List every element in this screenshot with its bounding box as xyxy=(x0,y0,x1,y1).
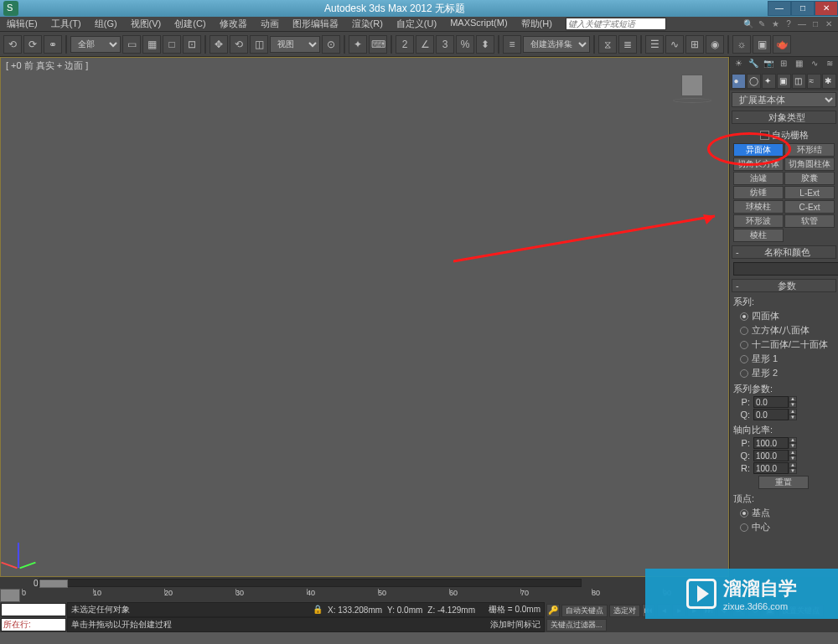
objtype-切角长方体[interactable]: 切角长方体 xyxy=(733,157,784,171)
objtype-环形结[interactable]: 环形结 xyxy=(784,143,835,157)
render-frame-tool[interactable]: ▣ xyxy=(753,35,771,54)
snap-2d[interactable]: 2 xyxy=(396,35,414,54)
menu-创建(C)[interactable]: 创建(C) xyxy=(168,18,212,30)
series-radio-0[interactable] xyxy=(740,312,748,321)
snap-3d[interactable]: 3 xyxy=(436,35,454,54)
keyboard-tool[interactable]: ⌨ xyxy=(369,35,387,54)
spinner-snap[interactable]: ⬍ xyxy=(476,35,494,54)
series-radio-2[interactable] xyxy=(740,341,748,349)
rollout-params[interactable]: -参数 xyxy=(732,279,836,292)
light-icon[interactable]: ☀ xyxy=(732,59,744,70)
camera-icon[interactable]: 📷 xyxy=(763,59,774,70)
bind-tool[interactable]: ⚭ xyxy=(44,35,62,54)
submenu-max-icon[interactable]: □ xyxy=(810,18,821,30)
motion-icon[interactable]: ∿ xyxy=(809,59,820,70)
menu-动画[interactable]: 动画 xyxy=(254,18,286,30)
submenu-close-icon[interactable]: ✕ xyxy=(823,18,835,30)
render-setup-tool[interactable]: ☼ xyxy=(732,35,751,54)
objtype-胶囊[interactable]: 胶囊 xyxy=(784,172,835,185)
add-time-marker[interactable]: 添加时间标记 xyxy=(490,619,541,631)
ratio-q-spinner[interactable] xyxy=(753,450,789,461)
menu-组(G)[interactable]: 组(G) xyxy=(88,18,124,30)
unlink-tool[interactable]: ⟳ xyxy=(23,35,42,54)
ratio-r-spinner[interactable] xyxy=(753,462,789,474)
object-name-input[interactable] xyxy=(733,262,838,276)
grid-icon[interactable]: ▦ xyxy=(794,59,805,70)
series-radio-4[interactable] xyxy=(740,369,748,378)
objtype-纺锤[interactable]: 纺锤 xyxy=(733,186,784,199)
link-tool[interactable]: ⟲ xyxy=(3,35,22,54)
mirror-tool[interactable]: ⧖ xyxy=(598,35,617,54)
selection-filter-dropdown[interactable]: 全部 xyxy=(70,36,121,53)
select-tool[interactable]: ▭ xyxy=(122,35,141,54)
rollout-name-color[interactable]: -名称和颜色 xyxy=(732,245,836,259)
p-spinner[interactable] xyxy=(753,396,789,408)
wrench-icon[interactable]: 🔧 xyxy=(747,59,759,70)
menu-帮助(H)[interactable]: 帮助(H) xyxy=(515,18,559,30)
rollout-object-type[interactable]: -对象类型 xyxy=(732,111,836,124)
helpers-tab[interactable]: ◫ xyxy=(792,74,806,89)
key-toggle-icon[interactable]: 🔑 xyxy=(546,604,560,617)
select-name-tool[interactable]: ▦ xyxy=(142,35,161,54)
rotate-tool[interactable]: ⟲ xyxy=(230,35,248,54)
location-input[interactable] xyxy=(1,618,66,631)
menu-渲染(R)[interactable]: 渲染(R) xyxy=(345,18,390,30)
help-icon[interactable]: ? xyxy=(783,18,794,30)
objtype-油罐[interactable]: 油罐 xyxy=(733,172,784,185)
named-selection-dropdown[interactable]: 创建选择集 xyxy=(523,36,590,53)
viewcube[interactable] xyxy=(673,75,711,103)
objtype-环形波[interactable]: 环形波 xyxy=(733,214,784,228)
viewport-label[interactable]: [ +0 前 真实 + 边面 ] xyxy=(6,59,88,72)
viewport[interactable]: [ +0 前 真实 + 边面 ] xyxy=(0,57,729,577)
objtype-球棱柱[interactable]: 球棱柱 xyxy=(733,200,784,214)
ratio-p-spinner[interactable] xyxy=(753,437,789,449)
move-tool[interactable]: ✥ xyxy=(210,35,228,54)
script-mini-input[interactable] xyxy=(1,603,66,616)
q-spinner[interactable] xyxy=(753,409,789,420)
reset-button[interactable]: 重置 xyxy=(758,476,809,489)
vertex-radio-0[interactable] xyxy=(740,509,748,518)
trackbar-toggle[interactable] xyxy=(0,589,20,602)
objtype-软管[interactable]: 软管 xyxy=(784,214,835,228)
autogrid-checkbox[interactable] xyxy=(760,131,769,140)
objtype-C-Ext[interactable]: C-Ext xyxy=(784,200,835,214)
series-radio-1[interactable] xyxy=(740,327,748,335)
snap-angle[interactable]: ∠ xyxy=(416,35,434,54)
time-slider[interactable] xyxy=(39,579,582,587)
time-slider-thumb[interactable] xyxy=(39,580,68,588)
menu-图形编辑器[interactable]: 图形编辑器 xyxy=(286,18,345,30)
pivot-tool[interactable]: ⊙ xyxy=(322,35,340,54)
hierarchy-icon[interactable]: ⊞ xyxy=(778,59,789,70)
series-radio-3[interactable] xyxy=(740,355,748,363)
window-crossing-tool[interactable]: ⊡ xyxy=(183,35,201,54)
menu-MAXScript(M)[interactable]: MAXScript(M) xyxy=(443,18,514,30)
key-filter-button[interactable]: 关键点过滤器... xyxy=(546,619,607,631)
objtype-L-Ext[interactable]: L-Ext xyxy=(784,186,835,199)
minimize-button[interactable]: — xyxy=(768,1,791,16)
objtype-棱柱[interactable]: 棱柱 xyxy=(733,229,784,242)
scale-tool[interactable]: ◫ xyxy=(250,35,268,54)
vertex-radio-1[interactable] xyxy=(740,523,748,532)
menu-视图(V)[interactable]: 视图(V) xyxy=(124,18,168,30)
selection-filter-button[interactable]: 选定对 xyxy=(609,605,640,617)
lights-tab[interactable]: ✦ xyxy=(762,74,776,89)
create-tab[interactable]: ● xyxy=(732,74,746,89)
snap-percent[interactable]: % xyxy=(456,35,474,54)
refcoord-dropdown[interactable]: 视图 xyxy=(270,36,320,53)
manipulate-tool[interactable]: ✦ xyxy=(349,35,367,54)
help-search-input[interactable] xyxy=(566,18,666,30)
submenu-min-icon[interactable]: — xyxy=(796,18,808,30)
menu-自定义(U)[interactable]: 自定义(U) xyxy=(390,18,443,30)
named-sel-tool[interactable]: ≡ xyxy=(503,35,521,54)
objtype-切角圆柱体[interactable]: 切角圆柱体 xyxy=(784,157,835,171)
category-dropdown[interactable]: 扩展基本体 xyxy=(732,92,836,107)
material-editor-tool[interactable]: ◉ xyxy=(706,35,724,54)
space-warps-tab[interactable]: ≈ xyxy=(807,74,821,89)
curve-editor-tool[interactable]: ∿ xyxy=(665,35,684,54)
rect-select-tool[interactable]: □ xyxy=(163,35,181,54)
display-icon[interactable]: ≋ xyxy=(824,59,835,70)
search-icon[interactable]: 🔍 xyxy=(742,18,754,30)
lock-icon[interactable]: 🔒 xyxy=(313,605,323,615)
systems-tab[interactable]: ✱ xyxy=(822,74,836,89)
align-tool[interactable]: ≣ xyxy=(618,35,637,54)
